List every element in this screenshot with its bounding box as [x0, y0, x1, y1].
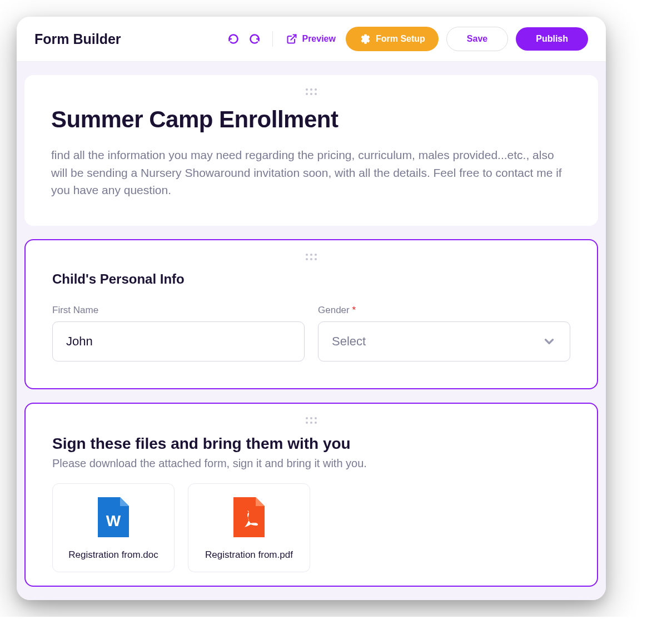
gear-icon [359, 33, 370, 44]
toolbar: Preview Form Setup Save Publish [227, 27, 588, 51]
form-title: Summer Camp Enrollment [51, 106, 571, 133]
form-row: First Name Gender * Select [52, 305, 570, 361]
drag-handle[interactable] [52, 254, 570, 260]
save-label: Save [467, 34, 487, 44]
divider [272, 31, 273, 47]
gender-select[interactable]: Select [318, 321, 570, 361]
files-card[interactable]: Sign these files and bring them with you… [24, 403, 598, 587]
form-setup-label: Form Setup [376, 34, 425, 44]
external-link-icon [286, 33, 297, 44]
files-description: Please download the attached form, sign … [52, 457, 570, 470]
gender-field: Gender * Select [318, 305, 570, 361]
file-cards: W Registration from.doc Registration fro… [52, 483, 570, 572]
redo-button[interactable] [248, 32, 261, 46]
publish-label: Publish [536, 34, 568, 44]
personal-info-card[interactable]: Child's Personal Info First Name Gender … [24, 239, 598, 389]
publish-button[interactable]: Publish [516, 27, 588, 51]
file-card-pdf[interactable]: Registration from.pdf [188, 483, 310, 572]
app-container: Form Builder Preview Form Setup Save Pub… [17, 17, 606, 600]
file-card-doc[interactable]: W Registration from.doc [52, 483, 175, 572]
section-title: Child's Personal Info [52, 271, 570, 287]
chevron-down-icon [542, 334, 556, 349]
file-name: Registration from.pdf [205, 549, 293, 561]
svg-line-0 [291, 35, 296, 40]
gender-label: Gender * [318, 305, 570, 316]
first-name-label: First Name [52, 305, 305, 316]
drag-handle[interactable] [52, 417, 570, 424]
title-card[interactable]: Summer Camp Enrollment find all the info… [24, 75, 598, 226]
form-setup-button[interactable]: Form Setup [346, 27, 439, 51]
drag-handle[interactable] [51, 88, 571, 95]
gender-placeholder: Select [332, 334, 366, 349]
svg-text:W: W [106, 512, 121, 529]
app-title: Form Builder [34, 31, 121, 47]
required-indicator: * [352, 305, 356, 315]
form-description: find all the information you may need re… [51, 146, 571, 199]
file-name: Registration from.doc [68, 549, 158, 561]
save-button[interactable]: Save [446, 27, 508, 51]
preview-label: Preview [302, 34, 335, 44]
preview-button[interactable]: Preview [284, 31, 337, 47]
pdf-icon [233, 497, 265, 539]
word-doc-icon: W [98, 497, 129, 539]
undo-button[interactable] [227, 32, 240, 46]
content-area: Summer Camp Enrollment find all the info… [17, 62, 606, 600]
header: Form Builder Preview Form Setup Save Pub… [17, 17, 606, 62]
first-name-input[interactable] [52, 321, 305, 361]
first-name-field: First Name [52, 305, 305, 361]
files-title: Sign these files and bring them with you [52, 435, 570, 453]
